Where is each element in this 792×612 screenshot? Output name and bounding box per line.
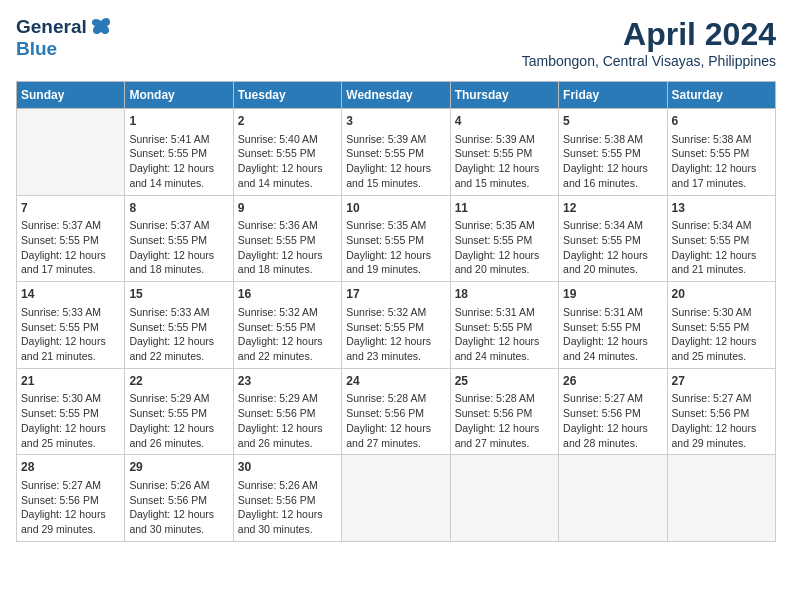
calendar-cell: 6Sunrise: 5:38 AM Sunset: 5:55 PM Daylig…	[667, 109, 775, 196]
calendar-cell: 25Sunrise: 5:28 AM Sunset: 5:56 PM Dayli…	[450, 368, 558, 455]
calendar-cell: 8Sunrise: 5:37 AM Sunset: 5:55 PM Daylig…	[125, 195, 233, 282]
day-info: Sunrise: 5:32 AM Sunset: 5:55 PM Dayligh…	[346, 305, 445, 364]
day-info: Sunrise: 5:32 AM Sunset: 5:55 PM Dayligh…	[238, 305, 337, 364]
day-number: 30	[238, 459, 337, 476]
calendar-cell: 28Sunrise: 5:27 AM Sunset: 5:56 PM Dayli…	[17, 455, 125, 542]
day-info: Sunrise: 5:28 AM Sunset: 5:56 PM Dayligh…	[455, 391, 554, 450]
calendar-cell	[667, 455, 775, 542]
weekday-header: Tuesday	[233, 82, 341, 109]
day-number: 3	[346, 113, 445, 130]
day-info: Sunrise: 5:27 AM Sunset: 5:56 PM Dayligh…	[21, 478, 120, 537]
day-info: Sunrise: 5:30 AM Sunset: 5:55 PM Dayligh…	[672, 305, 771, 364]
day-number: 14	[21, 286, 120, 303]
calendar-week-row: 7Sunrise: 5:37 AM Sunset: 5:55 PM Daylig…	[17, 195, 776, 282]
day-number: 10	[346, 200, 445, 217]
day-number: 19	[563, 286, 662, 303]
day-info: Sunrise: 5:31 AM Sunset: 5:55 PM Dayligh…	[455, 305, 554, 364]
calendar-cell: 14Sunrise: 5:33 AM Sunset: 5:55 PM Dayli…	[17, 282, 125, 369]
calendar-cell: 24Sunrise: 5:28 AM Sunset: 5:56 PM Dayli…	[342, 368, 450, 455]
calendar-cell: 18Sunrise: 5:31 AM Sunset: 5:55 PM Dayli…	[450, 282, 558, 369]
day-info: Sunrise: 5:39 AM Sunset: 5:55 PM Dayligh…	[455, 132, 554, 191]
calendar-week-row: 28Sunrise: 5:27 AM Sunset: 5:56 PM Dayli…	[17, 455, 776, 542]
calendar-cell: 30Sunrise: 5:26 AM Sunset: 5:56 PM Dayli…	[233, 455, 341, 542]
day-number: 15	[129, 286, 228, 303]
page-header: General Blue April 2024 Tambongon, Centr…	[16, 16, 776, 69]
calendar-cell: 10Sunrise: 5:35 AM Sunset: 5:55 PM Dayli…	[342, 195, 450, 282]
day-number: 5	[563, 113, 662, 130]
day-info: Sunrise: 5:41 AM Sunset: 5:55 PM Dayligh…	[129, 132, 228, 191]
calendar-cell: 11Sunrise: 5:35 AM Sunset: 5:55 PM Dayli…	[450, 195, 558, 282]
day-number: 20	[672, 286, 771, 303]
day-number: 29	[129, 459, 228, 476]
day-info: Sunrise: 5:33 AM Sunset: 5:55 PM Dayligh…	[21, 305, 120, 364]
day-info: Sunrise: 5:26 AM Sunset: 5:56 PM Dayligh…	[238, 478, 337, 537]
day-number: 27	[672, 373, 771, 390]
logo-bird-icon	[89, 17, 115, 37]
calendar-cell: 7Sunrise: 5:37 AM Sunset: 5:55 PM Daylig…	[17, 195, 125, 282]
day-info: Sunrise: 5:34 AM Sunset: 5:55 PM Dayligh…	[672, 218, 771, 277]
calendar-cell: 27Sunrise: 5:27 AM Sunset: 5:56 PM Dayli…	[667, 368, 775, 455]
day-number: 18	[455, 286, 554, 303]
day-number: 7	[21, 200, 120, 217]
day-info: Sunrise: 5:36 AM Sunset: 5:55 PM Dayligh…	[238, 218, 337, 277]
day-info: Sunrise: 5:29 AM Sunset: 5:55 PM Dayligh…	[129, 391, 228, 450]
calendar-cell: 15Sunrise: 5:33 AM Sunset: 5:55 PM Dayli…	[125, 282, 233, 369]
calendar-cell: 26Sunrise: 5:27 AM Sunset: 5:56 PM Dayli…	[559, 368, 667, 455]
weekday-header: Wednesday	[342, 82, 450, 109]
calendar-cell: 29Sunrise: 5:26 AM Sunset: 5:56 PM Dayli…	[125, 455, 233, 542]
day-info: Sunrise: 5:34 AM Sunset: 5:55 PM Dayligh…	[563, 218, 662, 277]
day-number: 28	[21, 459, 120, 476]
day-info: Sunrise: 5:37 AM Sunset: 5:55 PM Dayligh…	[129, 218, 228, 277]
day-info: Sunrise: 5:27 AM Sunset: 5:56 PM Dayligh…	[672, 391, 771, 450]
day-info: Sunrise: 5:27 AM Sunset: 5:56 PM Dayligh…	[563, 391, 662, 450]
logo-general: General	[16, 16, 87, 38]
calendar-week-row: 1Sunrise: 5:41 AM Sunset: 5:55 PM Daylig…	[17, 109, 776, 196]
calendar-week-row: 21Sunrise: 5:30 AM Sunset: 5:55 PM Dayli…	[17, 368, 776, 455]
weekday-header: Thursday	[450, 82, 558, 109]
calendar-cell	[17, 109, 125, 196]
day-info: Sunrise: 5:38 AM Sunset: 5:55 PM Dayligh…	[672, 132, 771, 191]
calendar-cell: 1Sunrise: 5:41 AM Sunset: 5:55 PM Daylig…	[125, 109, 233, 196]
calendar-header-row: SundayMondayTuesdayWednesdayThursdayFrid…	[17, 82, 776, 109]
day-info: Sunrise: 5:28 AM Sunset: 5:56 PM Dayligh…	[346, 391, 445, 450]
calendar-week-row: 14Sunrise: 5:33 AM Sunset: 5:55 PM Dayli…	[17, 282, 776, 369]
calendar-cell: 23Sunrise: 5:29 AM Sunset: 5:56 PM Dayli…	[233, 368, 341, 455]
calendar-cell: 9Sunrise: 5:36 AM Sunset: 5:55 PM Daylig…	[233, 195, 341, 282]
calendar-cell: 2Sunrise: 5:40 AM Sunset: 5:55 PM Daylig…	[233, 109, 341, 196]
day-number: 6	[672, 113, 771, 130]
day-info: Sunrise: 5:30 AM Sunset: 5:55 PM Dayligh…	[21, 391, 120, 450]
calendar-cell: 13Sunrise: 5:34 AM Sunset: 5:55 PM Dayli…	[667, 195, 775, 282]
calendar-cell: 4Sunrise: 5:39 AM Sunset: 5:55 PM Daylig…	[450, 109, 558, 196]
calendar-cell: 3Sunrise: 5:39 AM Sunset: 5:55 PM Daylig…	[342, 109, 450, 196]
day-number: 17	[346, 286, 445, 303]
day-number: 16	[238, 286, 337, 303]
day-number: 1	[129, 113, 228, 130]
day-info: Sunrise: 5:33 AM Sunset: 5:55 PM Dayligh…	[129, 305, 228, 364]
calendar-cell: 12Sunrise: 5:34 AM Sunset: 5:55 PM Dayli…	[559, 195, 667, 282]
day-info: Sunrise: 5:40 AM Sunset: 5:55 PM Dayligh…	[238, 132, 337, 191]
day-number: 23	[238, 373, 337, 390]
calendar-cell: 19Sunrise: 5:31 AM Sunset: 5:55 PM Dayli…	[559, 282, 667, 369]
day-number: 24	[346, 373, 445, 390]
calendar-cell: 21Sunrise: 5:30 AM Sunset: 5:55 PM Dayli…	[17, 368, 125, 455]
day-number: 8	[129, 200, 228, 217]
logo: General Blue	[16, 16, 115, 60]
day-number: 26	[563, 373, 662, 390]
day-number: 11	[455, 200, 554, 217]
weekday-header: Friday	[559, 82, 667, 109]
weekday-header: Saturday	[667, 82, 775, 109]
page-title: April 2024	[522, 16, 776, 53]
day-number: 2	[238, 113, 337, 130]
title-block: April 2024 Tambongon, Central Visayas, P…	[522, 16, 776, 69]
day-info: Sunrise: 5:26 AM Sunset: 5:56 PM Dayligh…	[129, 478, 228, 537]
calendar-cell	[342, 455, 450, 542]
day-number: 22	[129, 373, 228, 390]
calendar-cell	[559, 455, 667, 542]
calendar-cell	[450, 455, 558, 542]
day-number: 21	[21, 373, 120, 390]
day-number: 25	[455, 373, 554, 390]
day-info: Sunrise: 5:35 AM Sunset: 5:55 PM Dayligh…	[455, 218, 554, 277]
logo-blue: Blue	[16, 38, 57, 59]
day-number: 4	[455, 113, 554, 130]
calendar-cell: 20Sunrise: 5:30 AM Sunset: 5:55 PM Dayli…	[667, 282, 775, 369]
